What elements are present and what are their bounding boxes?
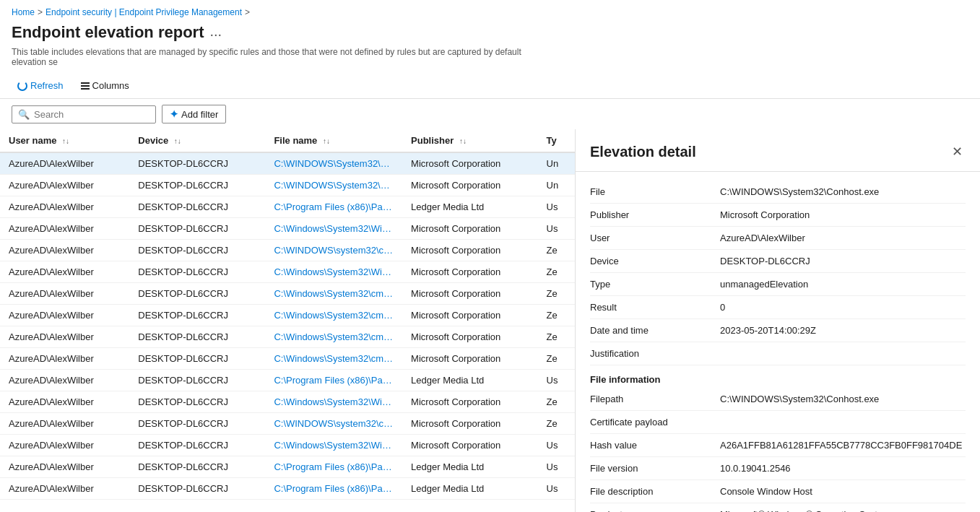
search-icon: 🔍 (18, 109, 30, 120)
cell-publisher: Microsoft Corporation (402, 348, 538, 370)
file-info-section-title: File information (590, 365, 966, 388)
detail-field-value: DESKTOP-DL6CCRJ (720, 256, 966, 266)
table-row[interactable]: AzureAD\AlexWilber DESKTOP-DL6CCRJ C:\WI… (0, 413, 575, 435)
cell-publisher: Microsoft Corporation (402, 413, 538, 435)
cell-type: Us (538, 370, 575, 391)
cell-username: AzureAD\AlexWilber (0, 305, 129, 326)
cell-filename[interactable]: C:\Windows\System32\Wind... (265, 391, 402, 413)
detail-file-row: Filepath C:\WINDOWS\System32\Conhost.exe (590, 388, 966, 411)
cell-filename[interactable]: C:\Program Files (x86)\Paladi... (265, 370, 402, 391)
detail-field-label: Publisher (590, 209, 720, 220)
cell-device: DESKTOP-DL6CCRJ (129, 413, 265, 435)
detail-body: File C:\WINDOWS\System32\Conhost.exe Pub… (576, 172, 980, 512)
cell-filename[interactable]: C:\WINDOWS\System32\Con... (265, 175, 402, 196)
cell-filename[interactable]: C:\Windows\System32\cmd.e... (265, 305, 402, 326)
cell-type: Ze (538, 305, 575, 326)
columns-button[interactable]: Columns (75, 77, 135, 94)
col-filename: File name ↑↓ (265, 129, 402, 152)
table-row[interactable]: AzureAD\AlexWilber DESKTOP-DL6CCRJ C:\Wi… (0, 218, 575, 240)
cell-filename[interactable]: C:\Program Files (x86)\Paladi... (265, 196, 402, 218)
detail-field-label: File (590, 186, 720, 197)
detail-field-value: C:\WINDOWS\System32\Conhost.exe (720, 186, 966, 197)
cell-publisher: Ledger Media Ltd (402, 456, 538, 478)
detail-file-value: Microsoft® Windows® Operating System (720, 509, 966, 512)
detail-file-row: File version 10.0.19041.2546 (590, 457, 966, 480)
add-filter-icon: ✦ (170, 108, 178, 120)
cell-publisher: Microsoft Corporation (402, 218, 538, 240)
cell-type: Ze (538, 261, 575, 283)
cell-publisher: Microsoft Corporation (402, 283, 538, 305)
cell-type: Ze (538, 240, 575, 261)
table-row[interactable]: AzureAD\AlexWilber DESKTOP-DL6CCRJ C:\Pr… (0, 196, 575, 218)
page-more-options[interactable]: ··· (209, 26, 222, 43)
table-row[interactable]: AzureAD\AlexWilber DESKTOP-DL6CCRJ C:\Pr… (0, 456, 575, 478)
detail-file-label: Filepath (590, 394, 720, 404)
table-row[interactable]: AzureAD\AlexWilber DESKTOP-DL6CCRJ C:\Wi… (0, 391, 575, 413)
sort-username-icon[interactable]: ↑↓ (62, 137, 69, 145)
cell-device: DESKTOP-DL6CCRJ (129, 456, 265, 478)
cell-publisher: Microsoft Corporation (402, 240, 538, 261)
cell-filename[interactable]: C:\Program Files (x86)\Paladi... (265, 456, 402, 478)
detail-file-value: 10.0.19041.2546 (720, 463, 966, 474)
cell-filename[interactable]: C:\WINDOWS\System32\Con... (265, 152, 402, 175)
detail-header: Elevation detail ✕ (576, 129, 980, 172)
cell-username: AzureAD\AlexWilber (0, 326, 129, 348)
sort-device-icon[interactable]: ↑↓ (174, 137, 181, 145)
cell-username: AzureAD\AlexWilber (0, 218, 129, 240)
table-row[interactable]: AzureAD\AlexWilber DESKTOP-DL6CCRJ C:\Wi… (0, 435, 575, 456)
detail-field-value: Microsoft Corporation (720, 209, 966, 220)
cell-filename[interactable]: C:\Windows\System32\Wind... (265, 218, 402, 240)
page-header: Endpoint elevation report ··· (0, 20, 980, 47)
cell-filename[interactable]: C:\WINDOWS\system32\cmd-... (265, 240, 402, 261)
cell-filename[interactable]: C:\Windows\System32\cmd.e... (265, 283, 402, 305)
refresh-button[interactable]: Refresh (12, 77, 69, 94)
cell-filename[interactable]: C:\WINDOWS\system32\cmd-... (265, 413, 402, 435)
cell-username: AzureAD\AlexWilber (0, 240, 129, 261)
cell-publisher: Microsoft Corporation (402, 175, 538, 196)
cell-filename[interactable]: C:\Windows\System32\Wind... (265, 435, 402, 456)
sort-publisher-icon[interactable]: ↑↓ (459, 137, 467, 145)
search-input[interactable] (34, 109, 149, 120)
table-row[interactable]: AzureAD\AlexWilber DESKTOP-DL6CCRJ C:\Wi… (0, 261, 575, 283)
detail-file-value (720, 417, 966, 428)
cell-filename[interactable]: C:\Windows\System32\cmd.e... (265, 326, 402, 348)
table-row[interactable]: AzureAD\AlexWilber DESKTOP-DL6CCRJ C:\WI… (0, 240, 575, 261)
detail-field-label: Device (590, 256, 720, 266)
close-detail-button[interactable]: ✕ (949, 141, 966, 162)
cell-type: Us (538, 435, 575, 456)
table-row[interactable]: AzureAD\AlexWilber DESKTOP-DL6CCRJ C:\WI… (0, 175, 575, 196)
cell-type: Ze (538, 326, 575, 348)
cell-filename[interactable]: C:\Program Files (x86)\Paladi... (265, 478, 402, 500)
sort-filename-icon[interactable]: ↑↓ (323, 137, 330, 145)
cell-publisher: Ledger Media Ltd (402, 196, 538, 218)
table-row[interactable]: AzureAD\AlexWilber DESKTOP-DL6CCRJ C:\Wi… (0, 305, 575, 326)
cell-device: DESKTOP-DL6CCRJ (129, 175, 265, 196)
detail-row: Publisher Microsoft Corporation (590, 204, 966, 227)
table-row[interactable]: AzureAD\AlexWilber DESKTOP-DL6CCRJ C:\Pr… (0, 370, 575, 391)
cell-filename[interactable]: C:\Windows\System32\Wind... (265, 261, 402, 283)
breadcrumb-home[interactable]: Home (12, 7, 35, 17)
cell-device: DESKTOP-DL6CCRJ (129, 348, 265, 370)
columns-label: Columns (92, 80, 129, 91)
col-type: Ty (538, 129, 575, 152)
cell-device: DESKTOP-DL6CCRJ (129, 218, 265, 240)
detail-row: Device DESKTOP-DL6CCRJ (590, 250, 966, 273)
detail-file-label: File version (590, 463, 720, 474)
table-row[interactable]: AzureAD\AlexWilber DESKTOP-DL6CCRJ C:\Pr… (0, 478, 575, 500)
detail-field-value: 0 (720, 302, 966, 313)
table-row[interactable]: AzureAD\AlexWilber DESKTOP-DL6CCRJ C:\WI… (0, 152, 575, 175)
detail-title: Elevation detail (590, 144, 696, 160)
detail-file-value: C:\WINDOWS\System32\Conhost.exe (720, 394, 966, 404)
cell-device: DESKTOP-DL6CCRJ (129, 326, 265, 348)
search-box[interactable]: 🔍 (12, 105, 156, 123)
detail-panel: Elevation detail ✕ File C:\WINDOWS\Syste… (576, 129, 980, 512)
table-row[interactable]: AzureAD\AlexWilber DESKTOP-DL6CCRJ C:\Wi… (0, 348, 575, 370)
detail-row: Type unmanagedElevation (590, 273, 966, 296)
breadcrumb-section[interactable]: Endpoint security | Endpoint Privilege M… (45, 7, 242, 17)
table-row[interactable]: AzureAD\AlexWilber DESKTOP-DL6CCRJ C:\Wi… (0, 283, 575, 305)
cell-device: DESKTOP-DL6CCRJ (129, 283, 265, 305)
add-filter-button[interactable]: ✦ Add filter (162, 105, 226, 123)
cell-filename[interactable]: C:\Windows\System32\cmd.e... (265, 348, 402, 370)
cell-username: AzureAD\AlexWilber (0, 435, 129, 456)
table-row[interactable]: AzureAD\AlexWilber DESKTOP-DL6CCRJ C:\Wi… (0, 326, 575, 348)
